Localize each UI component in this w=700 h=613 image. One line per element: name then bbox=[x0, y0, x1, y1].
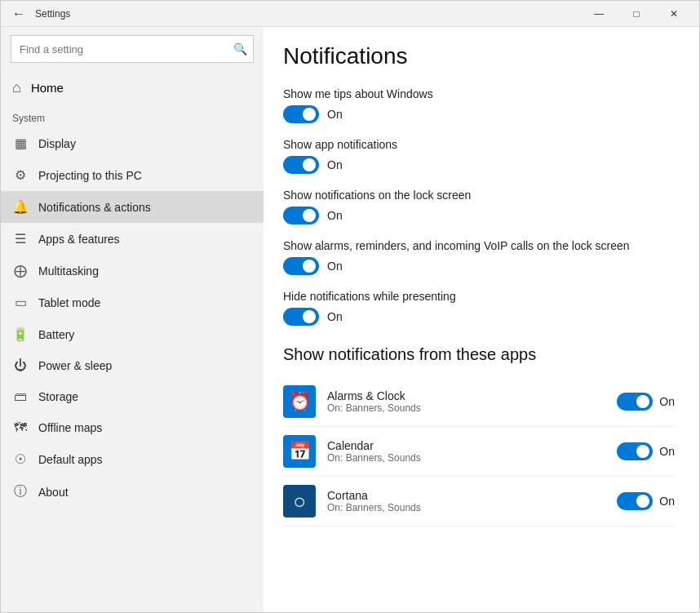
back-button[interactable]: ← bbox=[7, 2, 30, 25]
search-box: 🔍 bbox=[11, 35, 254, 63]
setting-alarms-lock-label: Show alarms, reminders, and incoming VoI… bbox=[283, 239, 675, 252]
calendar-app-name: Calendar bbox=[327, 439, 605, 452]
sidebar-item-home[interactable]: ⌂ Home bbox=[1, 71, 264, 104]
setting-tips: Show me tips about Windows On bbox=[283, 87, 675, 123]
sidebar-item-tablet-label: Tablet mode bbox=[38, 296, 100, 309]
close-button[interactable]: ✕ bbox=[655, 1, 693, 27]
battery-icon: 🔋 bbox=[12, 326, 29, 342]
alarms-toggle-row: On bbox=[617, 393, 675, 411]
sidebar-item-display-label: Display bbox=[38, 137, 76, 150]
cortana-app-name: Cortana bbox=[327, 489, 605, 502]
apps-section-title: Show notifications from these apps bbox=[283, 345, 675, 364]
tips-toggle[interactable] bbox=[283, 105, 319, 123]
calendar-toggle-text: On bbox=[659, 445, 675, 458]
calendar-app-icon: 📅 bbox=[283, 435, 316, 468]
apps-icon: ☰ bbox=[12, 231, 29, 247]
sidebar-item-default[interactable]: ☉ Default apps bbox=[1, 443, 264, 475]
setting-hide-presenting-toggle-row: On bbox=[283, 308, 675, 326]
setting-hide-presenting-label: Hide notifications while presenting bbox=[283, 290, 675, 303]
lock-notif-toggle-text: On bbox=[327, 209, 343, 222]
sidebar-item-battery[interactable]: 🔋 Battery bbox=[1, 318, 264, 350]
app-notif-toggle-text: On bbox=[327, 158, 343, 171]
calendar-app-sub: On: Banners, Sounds bbox=[327, 452, 605, 464]
power-icon: ⏻ bbox=[12, 358, 29, 373]
alarms-toggle[interactable] bbox=[617, 393, 653, 411]
page-title: Notifications bbox=[283, 43, 675, 69]
sidebar: 🔍 ⌂ Home System ▦ Display ⚙ Projecting t… bbox=[1, 27, 264, 612]
projecting-icon: ⚙ bbox=[12, 167, 29, 183]
tips-toggle-text: On bbox=[327, 108, 343, 121]
cortana-toggle[interactable] bbox=[617, 492, 653, 510]
alarms-toggle-text: On bbox=[659, 395, 675, 408]
alarms-app-info: Alarms & Clock On: Banners, Sounds bbox=[327, 389, 605, 414]
app-notif-toggle[interactable] bbox=[283, 156, 319, 174]
sidebar-item-notifications-label: Notifications & actions bbox=[38, 201, 151, 214]
sidebar-item-power-label: Power & sleep bbox=[38, 359, 112, 372]
tablet-icon: ▭ bbox=[12, 295, 29, 310]
home-icon: ⌂ bbox=[12, 79, 21, 96]
setting-app-notif-toggle-row: On bbox=[283, 156, 675, 174]
alarms-lock-toggle[interactable] bbox=[283, 257, 319, 275]
maximize-button[interactable]: □ bbox=[618, 1, 655, 27]
search-input[interactable] bbox=[11, 35, 254, 63]
notifications-icon: 🔔 bbox=[12, 199, 29, 215]
alarms-app-name: Alarms & Clock bbox=[327, 389, 605, 402]
sidebar-item-offline[interactable]: 🗺 Offline maps bbox=[1, 412, 264, 443]
calendar-app-info: Calendar On: Banners, Sounds bbox=[327, 439, 605, 464]
app-item-calendar: 📅 Calendar On: Banners, Sounds On bbox=[283, 427, 675, 477]
offline-icon: 🗺 bbox=[12, 420, 29, 435]
calendar-toggle[interactable] bbox=[617, 442, 653, 460]
lock-notif-toggle[interactable] bbox=[283, 207, 319, 224]
cortana-icon-char: ○ bbox=[293, 489, 306, 514]
sidebar-item-multitasking[interactable]: ⨁ Multitasking bbox=[1, 255, 264, 287]
sidebar-item-default-label: Default apps bbox=[38, 453, 103, 466]
sidebar-item-apps[interactable]: ☰ Apps & features bbox=[1, 223, 264, 255]
hide-presenting-toggle[interactable] bbox=[283, 308, 319, 326]
default-icon: ☉ bbox=[12, 451, 29, 467]
sidebar-item-multitasking-label: Multitasking bbox=[38, 264, 99, 278]
hide-presenting-toggle-text: On bbox=[327, 310, 343, 323]
window-controls: — □ ✕ bbox=[580, 1, 693, 27]
calendar-toggle-row: On bbox=[617, 442, 675, 460]
cortana-toggle-row: On bbox=[617, 492, 675, 510]
sidebar-item-tablet[interactable]: ▭ Tablet mode bbox=[1, 287, 264, 318]
setting-tips-toggle-row: On bbox=[283, 105, 675, 123]
right-panel: Notifications Show me tips about Windows… bbox=[264, 27, 699, 612]
search-icon: 🔍 bbox=[233, 42, 247, 56]
sidebar-item-offline-label: Offline maps bbox=[38, 421, 102, 434]
cortana-app-sub: On: Banners, Sounds bbox=[327, 502, 605, 513]
home-label: Home bbox=[31, 81, 64, 95]
display-icon: ▦ bbox=[12, 135, 29, 151]
sidebar-item-storage-label: Storage bbox=[38, 390, 78, 403]
storage-icon: 🗃 bbox=[12, 389, 29, 404]
setting-tips-label: Show me tips about Windows bbox=[283, 87, 675, 100]
sidebar-item-battery-label: Battery bbox=[38, 328, 74, 341]
alarms-lock-toggle-text: On bbox=[327, 260, 343, 273]
setting-lock-notif-label: Show notifications on the lock screen bbox=[283, 189, 675, 202]
setting-hide-presenting: Hide notifications while presenting On bbox=[283, 290, 675, 326]
minimize-button[interactable]: — bbox=[580, 1, 618, 27]
window: ← Settings — □ ✕ 🔍 ⌂ Home System ▦ Displ… bbox=[0, 0, 700, 613]
back-icon: ← bbox=[12, 7, 25, 21]
sidebar-item-display[interactable]: ▦ Display bbox=[1, 127, 264, 159]
app-item-cortana: ○ Cortana On: Banners, Sounds On bbox=[283, 477, 675, 526]
sidebar-item-notifications[interactable]: 🔔 Notifications & actions bbox=[1, 191, 264, 223]
sidebar-item-power[interactable]: ⏻ Power & sleep bbox=[1, 350, 264, 381]
setting-app-notif: Show app notifications On bbox=[283, 138, 675, 174]
setting-lock-notif-toggle-row: On bbox=[283, 207, 675, 224]
about-icon: ⓘ bbox=[12, 483, 29, 500]
window-title: Settings bbox=[35, 8, 70, 20]
setting-alarms-lock: Show alarms, reminders, and incoming VoI… bbox=[283, 239, 675, 275]
setting-lock-notif: Show notifications on the lock screen On bbox=[283, 189, 675, 224]
cortana-app-info: Cortana On: Banners, Sounds bbox=[327, 489, 605, 513]
sidebar-item-apps-label: Apps & features bbox=[38, 233, 120, 246]
sidebar-item-projecting[interactable]: ⚙ Projecting to this PC bbox=[1, 159, 264, 191]
sidebar-item-projecting-label: Projecting to this PC bbox=[38, 169, 142, 182]
setting-app-notif-label: Show app notifications bbox=[283, 138, 675, 151]
sidebar-item-storage[interactable]: 🗃 Storage bbox=[1, 381, 264, 412]
system-section-label: System bbox=[1, 104, 264, 127]
sidebar-item-about[interactable]: ⓘ About bbox=[1, 475, 264, 509]
setting-alarms-lock-toggle-row: On bbox=[283, 257, 675, 275]
alarms-icon-char: ⏰ bbox=[289, 391, 311, 412]
alarms-app-sub: On: Banners, Sounds bbox=[327, 402, 605, 414]
